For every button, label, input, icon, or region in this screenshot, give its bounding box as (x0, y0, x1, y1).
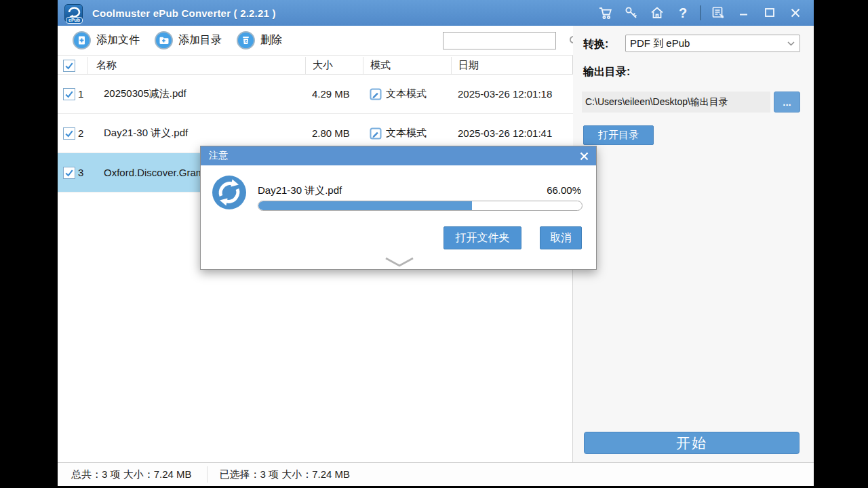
add-files-label: 添加文件 (96, 33, 140, 47)
progress-bar (258, 201, 583, 211)
row-checkbox[interactable] (63, 167, 75, 179)
add-folder-label: 添加目录 (178, 33, 222, 47)
titlebar-actions: ? (595, 3, 814, 23)
open-folder-button[interactable]: 打开文件夹 (443, 226, 521, 249)
status-bar: 总共：3 项 大小：7.24 MB 已选择：3 项 大小：7.24 MB (58, 462, 814, 486)
help-icon[interactable]: ? (673, 3, 693, 23)
browse-button[interactable]: ... (774, 92, 800, 113)
progress-percent: 66.00% (547, 184, 581, 196)
file-name: 20250305减法.pdf (96, 87, 305, 100)
row-checkbox[interactable] (63, 127, 75, 140)
settings-panel: 转换: PDF 到 ePub 输出目录: C:\Users\eileen\Des… (573, 26, 814, 462)
minimize-button[interactable] (734, 3, 754, 23)
trash-icon (237, 31, 255, 49)
search-input[interactable] (443, 33, 568, 48)
converting-filename: Day21-30 讲义.pdf (258, 184, 342, 197)
maximize-button[interactable] (760, 3, 780, 23)
status-selected: 已选择：3 项 大小：7.24 MB (220, 468, 351, 481)
header-date[interactable]: 日期 (451, 57, 573, 74)
key-icon[interactable] (621, 3, 642, 23)
header-mode[interactable]: 模式 (363, 57, 451, 74)
table-row[interactable]: 1 20250305减法.pdf 4.29 MB 文本模式 2025-03-26… (58, 75, 573, 114)
text-mode-icon (370, 127, 382, 140)
file-plus-icon (73, 31, 91, 49)
convert-format-value: PDF 到 ePub (626, 37, 787, 50)
dialog-titlebar: 注意 (201, 146, 596, 165)
titlebar: ePub Coolmuster ePub Converter ( 2.2.21 … (58, 0, 814, 26)
file-date: 2025-03-26 12:01:41 (451, 127, 573, 139)
app-logo-icon: ePub (64, 4, 83, 22)
status-divider (207, 466, 208, 483)
row-index: 3 (78, 167, 96, 178)
mode-label: 文本模式 (386, 87, 427, 100)
status-total: 总共：3 项 大小：7.24 MB (71, 468, 192, 481)
chevron-down-icon (787, 41, 795, 46)
file-size: 2.80 MB (305, 127, 363, 139)
output-path-field[interactable]: C:\Users\eileen\Desktop\输出目录 (582, 92, 770, 113)
cart-icon[interactable] (595, 3, 616, 23)
header-size[interactable]: 大小 (305, 57, 363, 74)
start-button[interactable]: 开始 (584, 432, 800, 454)
row-index: 1 (78, 88, 96, 100)
file-name: Day21-30 讲义.pdf (96, 127, 305, 140)
row-checkbox[interactable] (63, 88, 75, 100)
mode-label: 文本模式 (386, 127, 427, 140)
toolbar: 添加文件 添加目录 (58, 26, 573, 56)
file-date: 2025-03-26 12:01:18 (451, 88, 573, 100)
select-all-checkbox[interactable] (63, 60, 75, 72)
delete-button[interactable]: 删除 (237, 31, 282, 49)
add-files-button[interactable]: 添加文件 (73, 31, 140, 49)
screen: ePub Coolmuster ePub Converter ( 2.2.21 … (0, 0, 868, 488)
notice-dialog: 注意 Day21-30 讲义.pdf 66.00% 打开文件夹 取消 (200, 146, 597, 270)
window-title: Coolmuster ePub Converter ( 2.2.21 ) (92, 7, 276, 19)
open-directory-button[interactable]: 打开目录 (583, 125, 654, 145)
close-icon (579, 151, 589, 161)
table-header: 名称 大小 模式 日期 (58, 57, 573, 75)
titlebar-separator (700, 5, 701, 20)
header-name[interactable]: 名称 (87, 57, 305, 74)
search-box (443, 32, 556, 49)
register-icon[interactable] (708, 3, 728, 23)
sync-arrows-icon (212, 175, 247, 213)
dialog-close-button[interactable] (579, 151, 589, 161)
chevron-down-icon[interactable] (384, 257, 415, 270)
row-index: 2 (78, 127, 96, 139)
convert-label: 转换: (583, 37, 608, 52)
file-size: 4.29 MB (305, 88, 363, 100)
output-dir-label: 输出目录: (583, 65, 630, 79)
cancel-button[interactable]: 取消 (540, 226, 582, 249)
progress-bar-fill (258, 201, 472, 210)
text-mode-icon (370, 88, 382, 100)
home-icon[interactable] (647, 3, 667, 23)
delete-label: 删除 (260, 33, 282, 47)
close-button[interactable] (785, 3, 806, 23)
dialog-title: 注意 (209, 150, 228, 162)
convert-format-select[interactable]: PDF 到 ePub (625, 35, 800, 52)
folder-plus-icon (155, 31, 173, 49)
add-folder-button[interactable]: 添加目录 (155, 31, 222, 49)
